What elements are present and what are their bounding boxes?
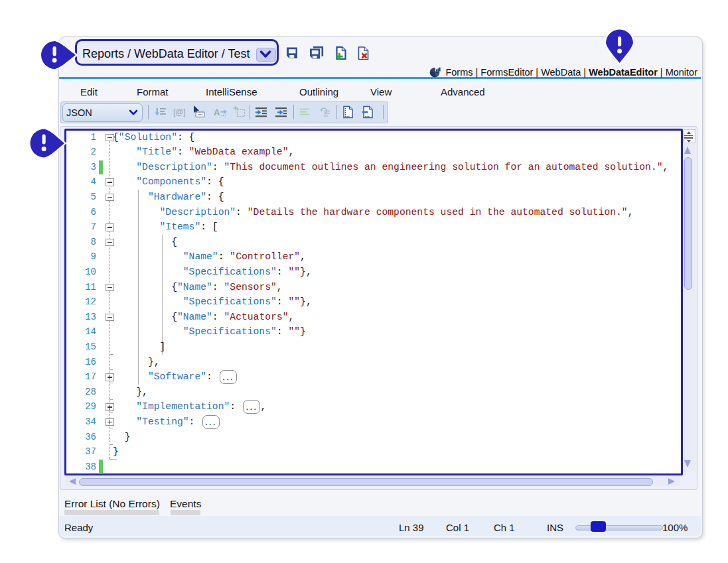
svg-text:A: A: [214, 107, 220, 117]
